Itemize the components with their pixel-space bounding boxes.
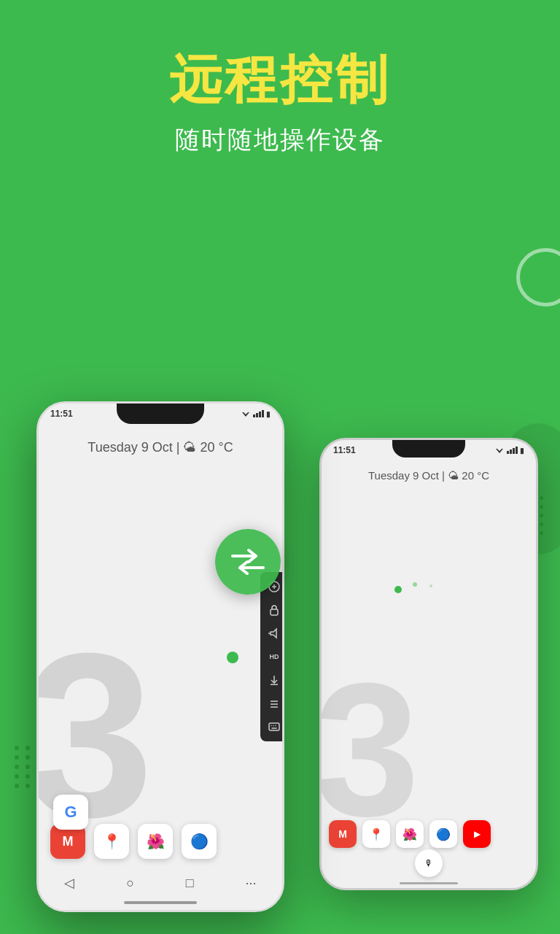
- ctrl-btn-download[interactable]: [264, 670, 284, 690]
- phone-back-bottom-bar: [400, 882, 458, 884]
- hd-label: HD: [270, 653, 279, 660]
- phone-front-status-bar: 11:51 ▮: [50, 406, 271, 421]
- google-assistant-icon: 🎙: [415, 849, 443, 877]
- phone-front-bottom-bar: [124, 901, 197, 904]
- ctrl-btn-settings[interactable]: [264, 693, 284, 714]
- battery-icon-front: ▮: [266, 410, 271, 418]
- phone-back-date: Tuesday 9 Oct | 🌤 20 °C: [322, 469, 536, 482]
- app-icon-gmail-back: M: [329, 820, 357, 848]
- phones-container: 11:51 ▮: [0, 277, 560, 934]
- keyboard-icon: [268, 722, 280, 731]
- page-container: 远程控制 随时随地操作设备 11:51: [0, 0, 560, 934]
- sub-title: 随时随地操作设备: [0, 123, 560, 157]
- phone-front-google-g: G: [53, 795, 88, 830]
- main-title: 远程控制: [0, 51, 560, 109]
- phone-back-dock: M 📍 🌺 🔵 ▶: [329, 820, 529, 848]
- battery-icon: ▮: [520, 447, 524, 455]
- nav-recents-icon: □: [186, 876, 194, 891]
- phone-back-assistant: 🎙: [415, 849, 443, 877]
- app-icon-photos-back: 🌺: [396, 820, 424, 848]
- nav-more-icon: ···: [246, 876, 257, 891]
- signal-bars-front: [253, 410, 264, 417]
- wifi-icon: [494, 446, 505, 455]
- google-g-icon: G: [53, 795, 88, 830]
- ctrl-btn-hd[interactable]: HD: [264, 647, 284, 667]
- app-icon-photos-front: 🌺: [138, 824, 173, 859]
- phone-back-status-icons: ▮: [494, 446, 524, 455]
- phone-back-green-dot-1: [394, 586, 402, 593]
- nav-back-icon: ◁: [64, 875, 74, 891]
- wifi-icon-front: [241, 409, 251, 418]
- switch-icon-overlay[interactable]: [215, 529, 281, 595]
- sound-icon: [268, 628, 280, 639]
- phone-front-screen: 11:51 ▮: [39, 404, 282, 910]
- nav-home-icon: ○: [126, 876, 134, 891]
- app-icon-chrome-back: 🔵: [429, 820, 457, 848]
- phone-front-nav: ◁ ○ □ ···: [39, 871, 282, 895]
- title-section: 远程控制 随时随地操作设备: [0, 0, 560, 171]
- phone-front-date: Tuesday 9 Oct | 🌤 20 °C: [39, 440, 282, 455]
- control-panel: HD: [260, 572, 284, 741]
- ctrl-btn-keyboard[interactable]: [264, 717, 284, 737]
- phone-back-green-dot-3: [429, 584, 432, 587]
- lock-icon: [269, 604, 279, 616]
- app-icon-chrome-front: 🔵: [182, 824, 217, 859]
- ctrl-btn-lock[interactable]: [264, 600, 284, 620]
- phone-back-status-bar: 11:51 ▮: [333, 443, 524, 458]
- phone-back-time: 11:51: [333, 445, 356, 455]
- phone-front-status-icons: ▮: [241, 409, 271, 418]
- switch-arrows-icon: [228, 547, 268, 576]
- phone-front-green-dot: [227, 652, 238, 663]
- phone-back: 11:51 ▮: [319, 438, 538, 890]
- settings-sliders-icon: [269, 698, 279, 709]
- app-icon-maps-back: 📍: [362, 820, 390, 848]
- phone-back-wallpaper: 3: [319, 655, 420, 844]
- phone-front: 11:51 ▮: [36, 401, 284, 912]
- phone-front-time: 11:51: [50, 409, 73, 419]
- phone-back-screen: 11:51 ▮: [322, 440, 536, 888]
- svg-marker-8: [271, 629, 276, 638]
- app-icon-youtube-back: ▶: [463, 820, 491, 848]
- app-icon-maps-front: 📍: [94, 824, 129, 859]
- phone-back-green-dot-2: [413, 582, 417, 587]
- svg-rect-15: [269, 723, 279, 730]
- download-icon: [269, 675, 279, 685]
- signal-bars-icon: [507, 447, 518, 454]
- ctrl-btn-sound[interactable]: [264, 623, 284, 644]
- svg-rect-7: [271, 609, 278, 615]
